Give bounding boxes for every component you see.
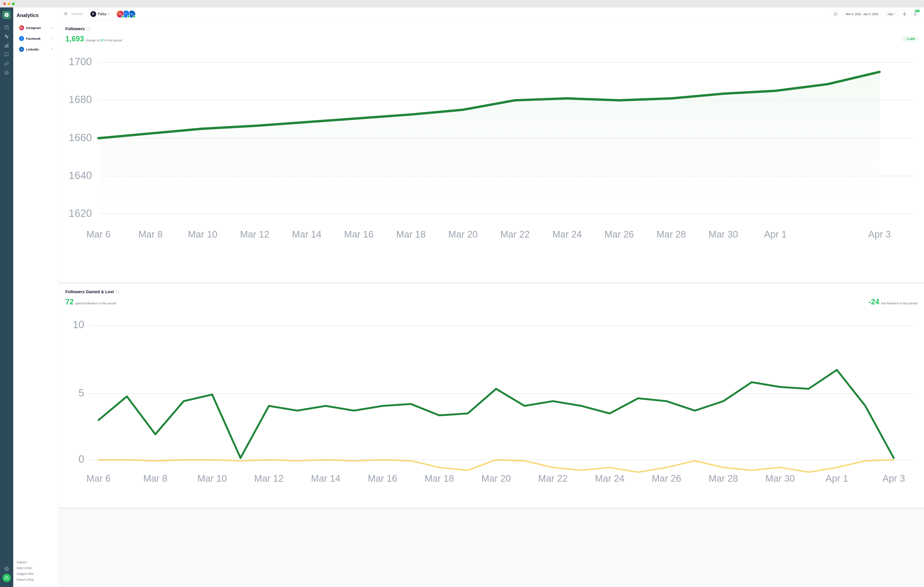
gained-lost-info-icon[interactable]: i — [116, 290, 119, 294]
date-range-selector[interactable]: Mar 6, 2022 - Apr 4, 2022 — [843, 11, 881, 17]
gained-lost-chart-svg: 10 5 0 Mar 6 Mar 8 — [65, 311, 917, 501]
svg-text:Mar 16: Mar 16 — [344, 229, 374, 240]
sidebar-platform-linkedin[interactable]: in LinkedIn ▾ — [16, 45, 55, 54]
bolt-icon — [903, 12, 906, 16]
logo-icon — [4, 12, 9, 17]
svg-text:Mar 18: Mar 18 — [425, 473, 454, 484]
facebook-label: Facebook — [26, 37, 41, 40]
followers-chart-stats: 1,693 change of 37 in this period ↑ 2.19… — [65, 35, 917, 43]
svg-marker-8 — [6, 72, 7, 74]
settings-icon — [4, 567, 9, 571]
menu-icon[interactable] — [64, 12, 68, 17]
sidebar-item-calendar[interactable] — [2, 23, 11, 31]
analytics-icon — [4, 34, 9, 39]
account-selector[interactable]: P Pallyy ▾ — [88, 10, 112, 18]
notification-button[interactable]: 50+ — [912, 10, 919, 18]
app-logo[interactable] — [2, 11, 11, 19]
sidebar-item-messages[interactable] — [2, 51, 11, 59]
day-chevron-icon: ▾ — [894, 13, 895, 15]
svg-text:Mar 6: Mar 6 — [86, 229, 111, 240]
svg-text:0: 0 — [79, 453, 84, 465]
refresh-button[interactable] — [832, 10, 839, 18]
social-avatar-instagram[interactable]: IG ✓ — [116, 10, 124, 18]
viewing-label: VIEWING › — [71, 12, 84, 15]
svg-point-7 — [5, 71, 8, 75]
followers-change-desc: change of 37 in this period — [86, 38, 122, 42]
lost-value: -24 — [869, 298, 879, 306]
svg-text:Mar 12: Mar 12 — [254, 473, 284, 484]
facebook-chevron-icon: ▾ — [51, 37, 53, 40]
sidebar-linkedin-section: in LinkedIn ▾ — [16, 45, 55, 54]
sidebar-item-reports[interactable] — [2, 41, 11, 50]
svg-rect-5 — [6, 45, 7, 47]
followers-chart-container: 1700 1680 1660 1640 1620 — [65, 48, 917, 276]
sidebar-platform-instagram[interactable]: IG Instagram ▾ — [16, 23, 55, 32]
close-button[interactable] — [3, 2, 6, 5]
linkedin-label: LinkedIn — [26, 48, 39, 51]
followers-info-icon[interactable]: i — [86, 27, 90, 31]
svg-marker-14 — [903, 12, 906, 15]
sidebar-platform-facebook[interactable]: f Facebook ▾ — [16, 34, 55, 43]
sidebar-instagram-section: IG Instagram ▾ — [16, 23, 55, 32]
fullscreen-button[interactable] — [12, 2, 15, 5]
sidebar-item-analytics[interactable] — [2, 32, 11, 41]
svg-text:5: 5 — [79, 387, 84, 399]
svg-point-9 — [6, 568, 7, 569]
lost-label: lost followers in this period — [881, 301, 917, 305]
chart-bar-icon — [4, 43, 9, 48]
svg-text:Mar 26: Mar 26 — [604, 229, 634, 240]
svg-text:Mar 22: Mar 22 — [500, 229, 530, 240]
suggest-idea-link[interactable]: Suggest Idea — [16, 571, 55, 576]
followers-total: 1,693 — [65, 35, 84, 43]
sidebar-item-settings[interactable] — [2, 565, 11, 573]
svg-rect-0 — [5, 26, 8, 30]
instagram-label: Instagram — [26, 26, 41, 30]
minimize-button[interactable] — [8, 2, 10, 5]
gained-lost-chart-title: Followers Gained & Lost — [65, 289, 114, 294]
support-link[interactable]: Support — [16, 560, 55, 565]
svg-text:Mar 28: Mar 28 — [709, 473, 738, 484]
account-chevron-icon: ▾ — [108, 13, 109, 15]
svg-text:Mar 20: Mar 20 — [448, 229, 478, 240]
bell-icon — [914, 12, 917, 16]
topbar: VIEWING › P Pallyy ▾ IG ✓ — [59, 7, 924, 21]
svg-text:Mar 16: Mar 16 — [368, 473, 397, 484]
followers-percent-arrow: ↑ — [904, 37, 906, 41]
svg-text:Mar 24: Mar 24 — [595, 473, 624, 484]
svg-text:Mar 26: Mar 26 — [652, 473, 681, 484]
svg-text:Mar 10: Mar 10 — [197, 473, 227, 484]
bolt-button[interactable] — [901, 10, 908, 18]
platform-facebook-left: f Facebook — [19, 36, 41, 41]
svg-text:10: 10 — [73, 319, 84, 331]
svg-text:Apr 1: Apr 1 — [764, 229, 787, 240]
sidebar-item-discover[interactable] — [2, 69, 11, 77]
day-selector[interactable]: Day ▾ — [885, 11, 898, 17]
svg-text:Mar 8: Mar 8 — [139, 229, 163, 240]
gained-lost-stats: 72 gained followers in this period -24 l… — [65, 298, 917, 306]
users-icon — [4, 575, 9, 580]
svg-text:Mar 18: Mar 18 — [396, 229, 426, 240]
facebook-icon: f — [19, 36, 24, 41]
date-range-text: Mar 6, 2022 - Apr 4, 2022 — [846, 12, 878, 16]
link-icon — [4, 61, 9, 66]
viewing-arrow-icon: › — [84, 13, 84, 15]
help-center-link[interactable]: Help Center — [16, 566, 55, 570]
linkedin-icon: in — [19, 47, 24, 52]
followers-chart-svg: 1700 1680 1660 1640 1620 — [65, 48, 917, 275]
followers-chart-section: Followers i 1,693 change of 37 in this p… — [59, 21, 924, 284]
sidebar-item-users[interactable] — [2, 574, 11, 582]
day-label: Day — [888, 12, 893, 16]
gained-lost-chart-section: Followers Gained & Lost i 72 gained foll… — [59, 284, 924, 509]
instagram-icon: IG — [19, 25, 24, 30]
svg-text:Mar 30: Mar 30 — [709, 229, 738, 240]
svg-text:Apr 1: Apr 1 — [825, 473, 848, 484]
svg-text:Mar 24: Mar 24 — [552, 229, 582, 240]
svg-text:1680: 1680 — [69, 94, 92, 105]
sidebar-item-links[interactable] — [2, 60, 11, 68]
followers-percent-badge: ↑ 2.19% — [902, 36, 917, 41]
sidebar-facebook-section: f Facebook ▾ — [16, 34, 55, 43]
lost-stat: -24 lost followers in this period — [869, 298, 917, 306]
gained-value: 72 — [65, 298, 74, 306]
report-bug-link[interactable]: Report a Bug — [16, 577, 55, 582]
sidebar-spacer — [16, 55, 55, 560]
